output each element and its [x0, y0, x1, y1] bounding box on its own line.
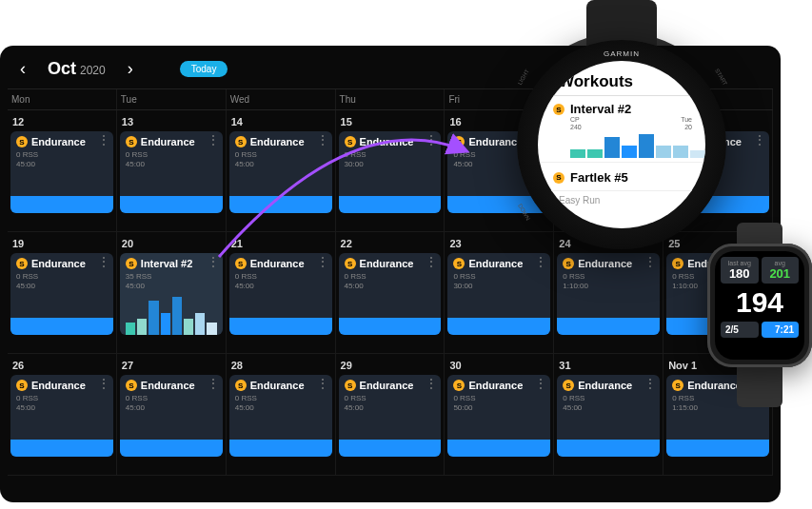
- calendar-cell[interactable]: 21SEndurance⋮0 RSS45:00: [227, 232, 336, 354]
- cell-date: 22: [339, 236, 442, 253]
- garmin-workout-item[interactable]: S Interval #2 CP240 Tue20: [538, 96, 705, 163]
- workout-card[interactable]: SEndurance⋮0 RSS45:00: [120, 131, 223, 213]
- workout-menu-icon[interactable]: ⋮: [317, 379, 328, 388]
- workout-card[interactable]: SEndurance⋮0 RSS45:00: [557, 375, 660, 457]
- today-button[interactable]: Today: [180, 61, 228, 77]
- calendar-cell[interactable]: 14SEndurance⋮0 RSS45:00: [227, 110, 336, 232]
- calendar-cell[interactable]: 27SEndurance⋮0 RSS45:00: [117, 354, 227, 476]
- workout-card[interactable]: SEndurance⋮0 RSS50:00: [447, 375, 550, 457]
- workout-name: Endurance: [360, 258, 436, 269]
- workout-power-bar: [10, 440, 113, 457]
- workout-menu-icon[interactable]: ⋮: [98, 379, 109, 388]
- workout-power-bar: [10, 196, 113, 213]
- last-avg-tile: last avg 180: [721, 257, 759, 284]
- cell-date: 19: [10, 236, 113, 253]
- workout-stats: 0 RSS45:00: [16, 272, 108, 291]
- workout-card[interactable]: SEndurance⋮0 RSS45:00: [10, 375, 113, 457]
- cell-date: 20: [120, 236, 223, 253]
- prev-month-button[interactable]: ‹: [13, 60, 32, 79]
- cell-date: 21: [229, 236, 332, 253]
- workout-card[interactable]: SEndurance⋮0 RSS45:00: [339, 253, 442, 335]
- workout-name: Endurance: [468, 380, 545, 391]
- cell-date: 13: [120, 114, 223, 131]
- workout-menu-icon[interactable]: ⋮: [426, 379, 437, 388]
- workout-menu-icon[interactable]: ⋮: [208, 135, 219, 145]
- stryd-icon: S: [453, 136, 465, 147]
- workout-stats: 0 RSS45:00: [16, 150, 108, 169]
- stryd-icon: S: [553, 172, 564, 184]
- workout-menu-icon[interactable]: ⋮: [754, 135, 765, 145]
- garmin-interval-chart: [570, 133, 705, 158]
- calendar-cell[interactable]: 29SEndurance⋮0 RSS45:00: [336, 354, 446, 476]
- workout-menu-icon[interactable]: ⋮: [98, 257, 109, 266]
- workout-menu-icon[interactable]: ⋮: [535, 379, 546, 388]
- workout-power-bar: [557, 440, 660, 457]
- apple-watch-screen[interactable]: last avg 180 avg 201 194 2/5 7:21: [715, 251, 804, 360]
- workout-stats: 0 RSS30:00: [453, 272, 545, 291]
- calendar-cell[interactable]: 28SEndurance⋮0 RSS45:00: [227, 354, 336, 476]
- calendar-cell[interactable]: 20SInterval #2⋮35 RSS45:00: [117, 232, 227, 354]
- workout-name: Endurance: [31, 258, 108, 269]
- workout-menu-icon[interactable]: ⋮: [208, 379, 219, 388]
- calendar-cell[interactable]: 26SEndurance⋮0 RSS45:00: [8, 354, 117, 476]
- stryd-icon: S: [553, 104, 564, 115]
- workout-menu-icon[interactable]: ⋮: [426, 135, 437, 145]
- weekday-label: Mon: [8, 89, 117, 109]
- workout-name: Endurance: [250, 258, 327, 269]
- workout-stats: 0 RSS30:00: [345, 150, 436, 169]
- garmin-workout-name: Fartlek #5: [570, 170, 628, 185]
- stryd-icon: S: [16, 380, 28, 391]
- cell-date: 15: [339, 114, 442, 131]
- garmin-watch-body: GARMIN START LIGHT DOWN Workouts S Inter…: [517, 40, 726, 249]
- calendar-cell[interactable]: 13SEndurance⋮0 RSS45:00: [117, 110, 227, 232]
- workout-power-bar: [229, 440, 332, 457]
- workout-name: Endurance: [250, 380, 327, 391]
- next-month-button[interactable]: ›: [121, 60, 140, 79]
- stryd-icon: S: [235, 380, 247, 391]
- calendar-cell[interactable]: 19SEndurance⋮0 RSS45:00: [8, 232, 117, 354]
- workout-name: Endurance: [360, 380, 436, 391]
- workout-card[interactable]: SEndurance⋮0 RSS45:00: [229, 253, 332, 335]
- calendar-cell[interactable]: 31SEndurance⋮0 RSS45:00: [554, 354, 663, 476]
- workout-stats: 0 RSS50:00: [453, 394, 545, 413]
- weekday-label: Wed: [227, 89, 336, 109]
- workout-menu-icon[interactable]: ⋮: [208, 257, 219, 266]
- workout-stats: 0 RSS45:00: [235, 150, 327, 169]
- stryd-icon: S: [16, 136, 28, 147]
- garmin-workout-item[interactable]: S Fartlek #5: [538, 163, 705, 191]
- workout-card[interactable]: SInterval #2⋮35 RSS45:00: [120, 253, 223, 335]
- workout-name: Endurance: [360, 136, 436, 147]
- workout-power-bar: [339, 440, 442, 457]
- workout-card[interactable]: SEndurance⋮0 RSS45:00: [10, 253, 113, 335]
- workout-name: Endurance: [141, 136, 217, 147]
- workout-menu-icon[interactable]: ⋮: [644, 379, 656, 388]
- stryd-icon: S: [453, 380, 465, 391]
- workout-menu-icon[interactable]: ⋮: [98, 135, 109, 145]
- calendar-cell[interactable]: 15SEndurance⋮0 RSS30:00: [336, 110, 446, 232]
- stryd-icon: S: [345, 258, 356, 269]
- workout-power-bar: [120, 196, 223, 213]
- workout-stats: 0 RSS45:00: [345, 272, 436, 291]
- avg-tile: avg 201: [762, 257, 800, 284]
- calendar-cell[interactable]: 30SEndurance⋮0 RSS50:00: [445, 354, 554, 476]
- workout-card[interactable]: SEndurance⋮0 RSS45:00: [229, 131, 332, 213]
- workout-card[interactable]: SEndurance⋮0 RSS45:00: [339, 375, 442, 457]
- workout-card[interactable]: SEndurance⋮0 RSS45:00: [10, 131, 113, 213]
- calendar-cell[interactable]: 22SEndurance⋮0 RSS45:00: [336, 232, 446, 354]
- garmin-screen[interactable]: Workouts S Interval #2 CP240 Tue20 S Far…: [538, 61, 705, 228]
- workout-menu-icon[interactable]: ⋮: [317, 257, 328, 266]
- current-value: 194: [721, 285, 799, 320]
- workout-menu-icon[interactable]: ⋮: [317, 135, 328, 145]
- stryd-icon: S: [126, 136, 137, 147]
- garmin-watch: GARMIN START LIGHT DOWN Workouts S Inter…: [517, 0, 726, 266]
- workout-name: Interval #2: [141, 258, 217, 269]
- workout-card[interactable]: SEndurance⋮0 RSS45:00: [229, 375, 332, 457]
- workout-stats: 0 RSS1:10:00: [563, 272, 654, 291]
- workout-card[interactable]: SEndurance⋮0 RSS45:00: [120, 375, 223, 457]
- workout-menu-icon[interactable]: ⋮: [426, 257, 437, 266]
- light-lug-label: LIGHT: [517, 69, 530, 86]
- calendar-cell[interactable]: 12SEndurance⋮0 RSS45:00: [8, 110, 117, 232]
- workout-card[interactable]: SEndurance⋮0 RSS30:00: [339, 131, 442, 213]
- workout-power-bar: [229, 196, 332, 213]
- interval-chart: [126, 295, 217, 335]
